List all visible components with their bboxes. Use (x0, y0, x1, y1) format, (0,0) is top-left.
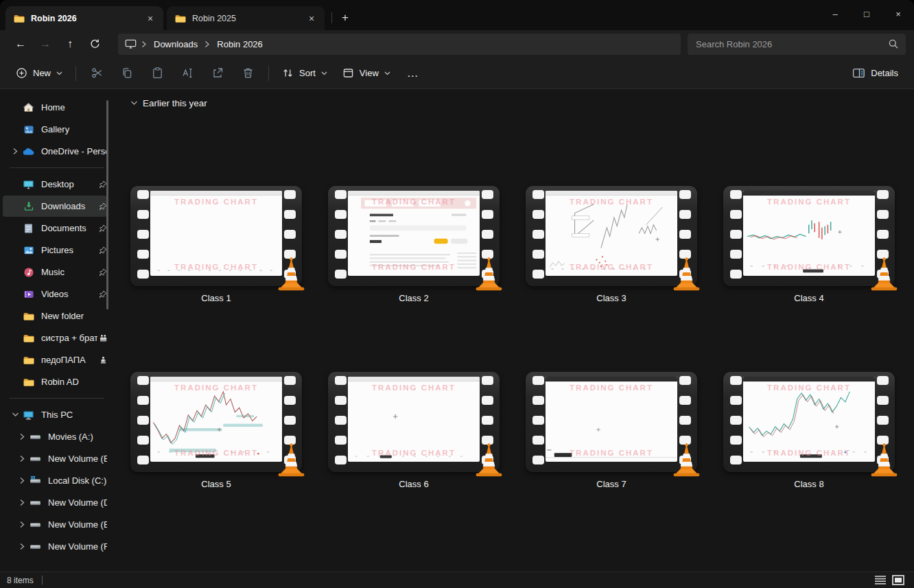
copy-button[interactable] (112, 62, 142, 85)
sidebar-item-desktop[interactable]: Desktop (3, 174, 107, 195)
expand-chevron-icon[interactable] (15, 477, 29, 484)
details-pane-icon (852, 67, 865, 79)
sidebar-item-drive-d[interactable]: New Volume (D:) (3, 492, 107, 513)
expand-chevron-icon[interactable] (15, 499, 29, 506)
videos-icon (22, 289, 35, 300)
file-tile-class-5[interactable]: TRADING CHART TRADING CHART Class 5 (130, 372, 302, 489)
sidebar-item-drive-b[interactable]: New Volume (B:) (3, 448, 107, 469)
sidebar-item-this-pc[interactable]: This PC (3, 404, 107, 425)
expand-chevron-icon[interactable] (15, 543, 29, 550)
sidebar-item-gallery[interactable]: Gallery (3, 119, 107, 140)
sidebar-item-music[interactable]: Music (3, 261, 107, 283)
file-tile-class-7[interactable]: TRADING CHART TRADING CHART Class 7 (526, 372, 697, 489)
details-view-toggle-icon[interactable] (874, 575, 887, 585)
refresh-button[interactable] (82, 33, 107, 55)
folder-icon (175, 13, 186, 24)
file-name: Class 1 (130, 293, 302, 303)
thumbnail-sketch (546, 196, 677, 276)
rename-button[interactable] (172, 62, 202, 85)
address-bar[interactable]: Downloads Robin 2026 (118, 34, 681, 55)
expand-chevron-icon[interactable] (15, 455, 29, 462)
breadcrumb-robin-2026[interactable]: Robin 2026 (215, 39, 265, 49)
expand-chevron-icon[interactable] (15, 521, 29, 528)
search-box[interactable] (688, 34, 906, 55)
tab-close-icon[interactable]: × (143, 11, 158, 26)
tab-robin-2025[interactable]: Robin 2025 × (167, 6, 325, 30)
large-icons-view-toggle-icon[interactable] (892, 575, 904, 585)
drive-icon (29, 498, 42, 508)
minimize-button[interactable]: – (819, 0, 851, 27)
sidebar-item-pictures[interactable]: Pictures (3, 239, 107, 261)
sidebar-item-home[interactable]: Home (3, 97, 107, 118)
up-button[interactable]: ↑ (58, 33, 82, 55)
command-separator (268, 66, 269, 81)
sidebar-item-new-folder[interactable]: New folder (3, 305, 107, 327)
expand-chevron-icon[interactable] (8, 148, 22, 155)
sidebar-item-pedopapa[interactable]: педоПАПА (3, 349, 107, 371)
local-disk-icon (29, 475, 42, 486)
file-tile-class-2[interactable]: TRADING CHART TRADING CHART Class 2 (328, 186, 500, 303)
sidebar-item-sistra-brat[interactable]: систра + брат (3, 327, 107, 349)
folder-icon (14, 13, 25, 24)
more-options-button[interactable]: … (398, 62, 428, 85)
file-name: Class 6 (328, 479, 500, 489)
vlc-cone-icon (869, 442, 900, 478)
sidebar-item-drive-c[interactable]: Local Disk (C:) (3, 470, 107, 491)
chevron-down-icon (321, 71, 327, 75)
sidebar-item-documents[interactable]: Documents (3, 217, 107, 239)
tab-robin-2026[interactable]: Robin 2026 × (5, 6, 163, 30)
sort-button-label: Sort (299, 68, 316, 78)
file-name: Class 8 (723, 479, 895, 489)
sort-button[interactable]: Sort (274, 62, 335, 85)
new-tab-button[interactable]: + (335, 8, 355, 27)
back-button[interactable]: ← (8, 33, 33, 55)
search-icon[interactable] (888, 38, 899, 49)
music-icon (22, 267, 35, 278)
group-header[interactable]: Earlier this year (130, 95, 914, 110)
close-button[interactable]: × (882, 0, 914, 27)
tab-divider (331, 12, 332, 23)
video-frame: TRADING CHART TRADING CHART (743, 191, 875, 276)
sidebar-item-downloads[interactable]: Downloads (3, 196, 107, 217)
file-name: Class 2 (328, 293, 500, 303)
sidebar-scrollbar[interactable] (106, 100, 108, 309)
sidebar-label: Downloads (41, 201, 96, 211)
details-pane-button[interactable]: Details (845, 62, 906, 85)
sidebar-item-robin-ad[interactable]: Robin AD (3, 371, 107, 392)
collapse-chevron-icon[interactable] (8, 412, 22, 417)
sidebar-item-onedrive[interactable]: OneDrive - Personal (3, 141, 107, 162)
paste-button[interactable] (142, 62, 172, 85)
group-header-label: Earlier this year (143, 98, 207, 108)
this-pc-monitor-icon (125, 38, 137, 49)
sidebar-item-videos[interactable]: Videos (3, 283, 107, 305)
search-input[interactable] (694, 38, 888, 50)
cut-button[interactable] (82, 62, 112, 85)
tab-close-icon[interactable]: × (304, 11, 319, 26)
sidebar-item-drive-e[interactable]: New Volume (E:) (3, 514, 107, 535)
item-count: 8 items (7, 576, 34, 585)
forward-button[interactable]: → (33, 33, 58, 55)
window-controls: – □ × (819, 0, 914, 27)
desktop-icon (22, 179, 35, 190)
file-tile-class-3[interactable]: TRADING CHART TRADING CHART Class 3 (526, 186, 697, 303)
ellipsis-icon: … (407, 67, 419, 80)
sidebar-label: Videos (41, 289, 96, 299)
file-tile-class-6[interactable]: TRADING CHART TRADING CHART Class 6 (328, 372, 500, 489)
thumbnail-sketch (743, 196, 875, 276)
vlc-cone-icon (276, 256, 307, 292)
sidebar-item-drive-a[interactable]: Movies (A:) (3, 426, 107, 447)
file-tile-class-1[interactable]: TRADING CHART TRADING CHART Class 1 (130, 186, 302, 303)
share-button[interactable] (202, 62, 233, 85)
breadcrumb-downloads[interactable]: Downloads (152, 39, 200, 49)
view-button[interactable]: View (335, 62, 398, 85)
file-tile-class-4[interactable]: TRADING CHART TRADING CHART Class 4 (723, 186, 895, 303)
maximize-button[interactable]: □ (851, 0, 882, 27)
sidebar-label: Movies (A:) (48, 432, 107, 442)
sidebar-item-drive-f[interactable]: New Volume (F:) (3, 536, 107, 557)
downloads-icon (22, 201, 35, 212)
file-tile-class-8[interactable]: TRADING CHART TRADING CHART Class 8 (723, 372, 895, 489)
delete-button[interactable] (233, 62, 263, 85)
expand-chevron-icon[interactable] (15, 433, 29, 440)
folder-icon (22, 377, 35, 388)
new-button[interactable]: New (8, 62, 70, 85)
